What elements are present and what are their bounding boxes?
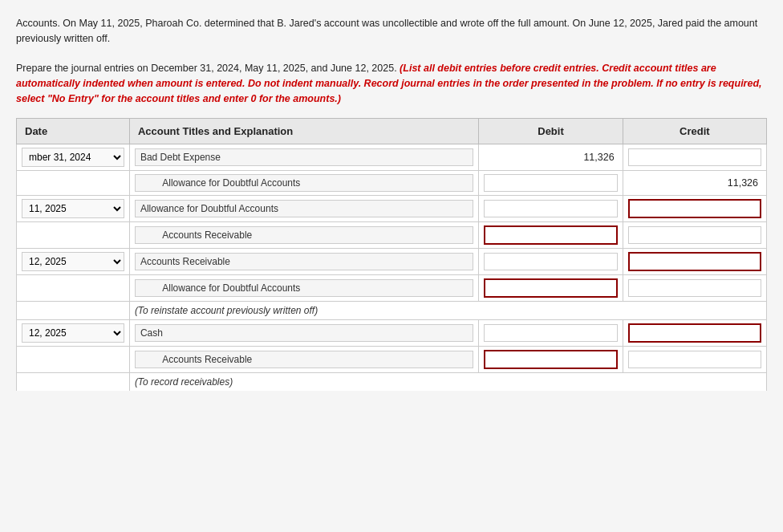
debit-cell-6[interactable] [479, 274, 623, 301]
credit-cell-2: 11,326 [623, 170, 766, 195]
credit-input-1[interactable] [628, 148, 761, 166]
credit-cell-3[interactable] [623, 195, 766, 221]
date-cell-2 [17, 170, 130, 195]
note-row-2: (To record receivables) [17, 372, 767, 391]
note-date-1 [17, 301, 130, 319]
credit-cell-4[interactable] [623, 221, 766, 248]
account-cell-4[interactable] [129, 221, 478, 248]
debit-cell-7[interactable] [479, 319, 623, 346]
header-account: Account Titles and Explanation [129, 118, 478, 144]
date-cell-7[interactable]: 12, 2025 [17, 319, 130, 346]
journal-table: Date Account Titles and Explanation Debi… [16, 118, 767, 391]
debit-input-8[interactable] [484, 350, 617, 369]
account-input-5[interactable] [135, 253, 473, 270]
table-row: mber 31, 2024 11,326 [17, 144, 767, 170]
date-cell-8 [17, 346, 130, 372]
account-input-3[interactable] [135, 200, 473, 217]
debit-cell-3[interactable] [479, 195, 623, 221]
table-row: 11,326 [17, 170, 767, 195]
debit-input-4[interactable] [484, 225, 617, 245]
credit-cell-7[interactable] [623, 319, 766, 346]
date-cell-1[interactable]: mber 31, 2024 [17, 144, 130, 170]
debit-input-3[interactable] [484, 200, 617, 217]
intro-paragraph: Accounts. On May 11, 2025, Pharoah Co. d… [16, 16, 767, 107]
account-input-1[interactable] [135, 148, 473, 166]
debit-input-6[interactable] [484, 278, 617, 298]
debit-value-1: 11,326 [484, 152, 617, 163]
account-input-2[interactable] [135, 174, 473, 192]
account-cell-7[interactable] [129, 319, 478, 346]
account-cell-6[interactable] [129, 274, 478, 301]
table-row: 11, 2025 [17, 195, 767, 221]
date-cell-6 [17, 274, 130, 301]
account-cell-3[interactable] [129, 195, 478, 221]
account-input-8[interactable] [135, 351, 473, 368]
debit-input-2[interactable] [484, 174, 617, 192]
note-text-2: (To record receivables) [129, 372, 766, 391]
credit-input-8[interactable] [628, 351, 761, 368]
date-select-5[interactable]: 12, 2025 [22, 252, 124, 271]
credit-input-4[interactable] [628, 226, 761, 244]
debit-input-7[interactable] [484, 324, 617, 342]
date-select-1[interactable]: mber 31, 2024 [22, 148, 124, 167]
header-date: Date [17, 118, 130, 144]
debit-cell-5[interactable] [479, 248, 623, 274]
header-credit: Credit [623, 118, 766, 144]
credit-cell-5[interactable] [623, 248, 766, 274]
intro-line1: Accounts. On May 11, 2025, Pharoah Co. d… [16, 18, 757, 44]
date-select-3[interactable]: 11, 2025 [22, 199, 124, 218]
table-row: 12, 2025 [17, 248, 767, 274]
table-row [17, 274, 767, 301]
account-input-4[interactable] [135, 226, 473, 244]
note-text-1: (To reinstate account previously written… [129, 301, 766, 319]
debit-cell-4[interactable] [479, 221, 623, 248]
debit-cell-1: 11,326 [479, 144, 623, 170]
date-cell-3[interactable]: 11, 2025 [17, 195, 130, 221]
credit-cell-1[interactable] [623, 144, 766, 170]
debit-cell-2[interactable] [479, 170, 623, 195]
account-cell-8[interactable] [129, 346, 478, 372]
credit-cell-6[interactable] [623, 274, 766, 301]
account-cell-1[interactable] [129, 144, 478, 170]
date-cell-5[interactable]: 12, 2025 [17, 248, 130, 274]
table-row [17, 221, 767, 248]
account-input-6[interactable] [135, 279, 473, 297]
credit-cell-8[interactable] [623, 346, 766, 372]
table-row: 12, 2025 [17, 319, 767, 346]
account-cell-2[interactable] [129, 170, 478, 195]
date-cell-4 [17, 221, 130, 248]
note-date-2 [17, 372, 130, 391]
debit-input-5[interactable] [484, 253, 617, 270]
header-debit: Debit [479, 118, 623, 144]
credit-input-3[interactable] [628, 199, 761, 218]
credit-value-2: 11,326 [628, 177, 761, 189]
table-row [17, 346, 767, 372]
credit-input-7[interactable] [628, 323, 761, 343]
debit-cell-8[interactable] [479, 346, 623, 372]
credit-input-5[interactable] [628, 252, 761, 271]
account-input-7[interactable] [135, 324, 473, 342]
note-row-1: (To reinstate account previously written… [17, 301, 767, 319]
account-cell-5[interactable] [129, 248, 478, 274]
credit-input-6[interactable] [628, 279, 761, 297]
date-select-7[interactable]: 12, 2025 [22, 323, 124, 343]
intro-line2: Prepare the journal entries on December … [16, 63, 400, 74]
